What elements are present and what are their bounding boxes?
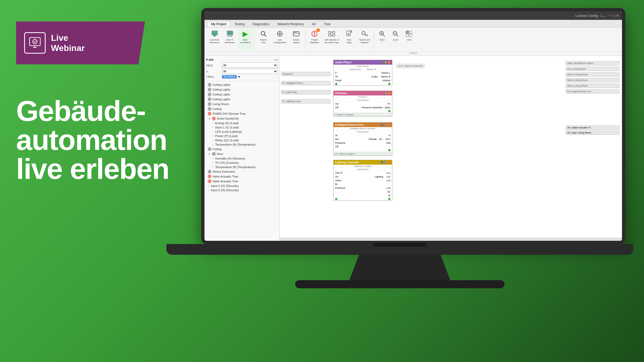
tree-icon-door xyxy=(212,152,216,156)
lc-block: Lighting Controller ○ ⚙ ℹ Lighting Contr… xyxy=(333,160,392,201)
tree-item-ceiling-1[interactable]: Ceiling Lights xyxy=(204,82,279,87)
irc-location: Living Room xyxy=(334,130,392,134)
connector-i2: ⤷ xyxy=(208,184,210,187)
load-from-miniserver-button[interactable]: Load from Miniserver xyxy=(207,28,222,50)
tab-my-project[interactable]: My Project xyxy=(207,21,230,27)
filter-dropdown-icon[interactable]: ▾ xyxy=(238,75,240,79)
tab-testing[interactable]: Testing xyxy=(230,21,249,27)
tree-text-power: Power (P) (Load) xyxy=(215,134,238,138)
project-validation-button[interactable]: 1 ProjectValidation xyxy=(307,28,322,50)
tree-item-input2[interactable]: ⤷ Input 2 (I2) (Security) xyxy=(204,184,279,188)
laptop-screen: Loxone Config - L... ─ □ ✕ My Project Te… xyxy=(201,8,625,244)
tree-item-energy[interactable]: ⤷ Energy (E) (Load) xyxy=(204,121,279,125)
tree-text-lr: Living Room xyxy=(213,102,229,106)
view-button[interactable]: View xyxy=(402,28,415,50)
tree-text-rgb: RGBW 24V Dimmer Tree xyxy=(213,112,246,115)
edit-objects-label: Edit Objects ofthe Same Type xyxy=(325,39,339,44)
zoom-out-button[interactable]: Zoom− xyxy=(389,28,402,50)
save-in-miniserver-button[interactable]: Save inMiniserver xyxy=(222,28,237,50)
tree-item-input1[interactable]: ⤷ Input 1 (I1) (Load) xyxy=(204,125,279,130)
tree-item-valve1[interactable]: Valve Actuator Tree xyxy=(204,174,279,179)
tree-text-i2: Input 2 (I2) (Security) xyxy=(211,184,239,187)
lc-lc3: Lc3 xyxy=(386,179,390,182)
ap-icon-3[interactable]: ℹ xyxy=(387,61,390,64)
filter-category-select[interactable]: All xyxy=(222,62,278,68)
tree-item-ceiling-3[interactable]: Ceiling Lights xyxy=(204,92,279,97)
tree-item-temp2[interactable]: ⤷ Temperature (θ) (Temperature) xyxy=(204,165,279,169)
zoom-out-icon xyxy=(391,29,400,38)
new-page-button[interactable]: NewPage xyxy=(342,28,356,50)
ap-icon-1[interactable]: ○ xyxy=(380,61,383,64)
tree-icon-stereo xyxy=(208,170,211,173)
irc-icon-1[interactable]: ○ xyxy=(380,123,383,126)
tab-tree[interactable]: Tree xyxy=(320,21,334,27)
pr-icon-2[interactable]: ℹ xyxy=(387,92,390,95)
lc-row6: 2C xyxy=(334,190,392,194)
lc-t5r: T5/1 R xyxy=(335,172,342,174)
sma-4: SMA | Living Room xyxy=(566,78,619,82)
panel-close[interactable]: — xyxy=(274,57,278,62)
tree-item-temp1[interactable]: ⤷ Temperature (θ) (Temperature) xyxy=(204,142,279,147)
zoom-in-button[interactable]: Zoom+ xyxy=(376,28,389,50)
start-liveview-button[interactable]: ▶ StartLiveView ▾ xyxy=(238,28,253,50)
irc-presence: Presence xyxy=(335,142,345,144)
tree-item-input3[interactable]: ⤷ Input 3 (I3) (Security) xyxy=(204,188,279,192)
svg-point-11 xyxy=(261,31,265,35)
connector-i3: ⤷ xyxy=(208,189,210,192)
canvas-scrollbar[interactable] xyxy=(280,238,622,241)
irc-row1: 3c H xyxy=(334,134,392,137)
tree-item-ceiling[interactable]: Ceiling xyxy=(204,106,279,111)
close-button[interactable]: ─ □ ✕ xyxy=(609,13,619,18)
ap-row2: T5 Audio Stereo R xyxy=(334,75,392,79)
irc-row2: Dw Climate Cli... HC1 xyxy=(334,137,392,141)
lc-row7: M xyxy=(334,194,392,197)
tree-item-smart-socket[interactable]: ▾ Smart Socket Air xyxy=(204,116,279,121)
tab-air[interactable]: Air xyxy=(308,21,320,27)
ap-dot-right xyxy=(388,83,390,85)
liveview-label: StartLiveView ▾ xyxy=(240,39,250,44)
lc-icon-1[interactable]: ○ xyxy=(380,161,383,164)
tree-item-ceiling2[interactable]: Ceiling xyxy=(204,147,279,152)
tree-icon-lr xyxy=(208,102,211,106)
tab-network-periphery[interactable]: Network Periphery xyxy=(273,21,308,27)
tree-item-ceiling-4[interactable]: Ceiling Lights xyxy=(204,97,279,102)
tree-item-humidity[interactable]: ⤷ Humidity (H) (Sensors) xyxy=(204,156,279,161)
tree-item-stereo[interactable]: Stereo Extension xyxy=(204,169,279,174)
tree-item-door[interactable]: ▾ Door xyxy=(204,152,279,156)
tab-diagnostics[interactable]: Diagnostics xyxy=(249,21,273,27)
edit-objects-button[interactable]: Edit Objects ofthe Same Type xyxy=(323,28,341,50)
ap-icon-2[interactable]: ⚙ xyxy=(384,61,387,64)
tree-item-valve2[interactable]: Valve Actuator Tree xyxy=(204,179,279,184)
alr-label: ALR | Stereo Extension xyxy=(396,64,425,68)
tree-expand-door[interactable]: ▾ xyxy=(208,152,211,156)
filter-tag-nofilers[interactable]: No Filters xyxy=(222,75,237,79)
device-status-button[interactable]: DeviceStatus xyxy=(289,28,304,50)
tree-item-t5[interactable]: ⤷ T5 (T5) (Controls) xyxy=(204,161,279,165)
search-replace-button[interactable]: Search andReplace xyxy=(357,28,372,50)
left-panel: ▾ ces — egory: All n: xyxy=(204,56,280,241)
tree-item-power[interactable]: ⤷ Power (P) (Load) xyxy=(204,134,279,138)
tree-item-ceiling-2[interactable]: Ceiling Lights xyxy=(204,87,279,92)
pr-icon-1[interactable]: ⚙ xyxy=(384,92,387,95)
irc-icon-2[interactable]: ⚙ xyxy=(384,123,387,126)
lc-icon-2[interactable]: ⚙ xyxy=(384,161,387,164)
lc-icon-3[interactable]: ℹ xyxy=(387,161,390,164)
tree-item-rgbw[interactable]: RGBW 24V Dimmer Tree xyxy=(204,111,279,116)
irc-icon-3[interactable]: ℹ xyxy=(387,123,390,126)
canvas-area[interactable]: Audio Player ○ ⚙ ℹ Audio Player Living R… xyxy=(280,56,622,241)
irc-row3: Presence Shd xyxy=(334,141,392,145)
auto-configuration-button[interactable]: AutoConfiguration xyxy=(271,28,288,50)
tree-item-led[interactable]: ⤷ LED (Led) (Lighting) xyxy=(204,130,279,134)
svg-rect-22 xyxy=(328,34,331,36)
search-f5-button[interactable]: Search(F5) xyxy=(256,28,271,50)
headline: Gebäude- automation live erleben xyxy=(16,97,199,183)
presence-icons: ⚙ ℹ xyxy=(384,92,390,95)
lc-lighting-label: P: Lighting Contr... xyxy=(281,99,331,104)
laptop: Loxone Config - L... ─ □ ✕ My Project Te… xyxy=(188,0,644,362)
tree-item-living-room[interactable]: Living Room xyxy=(204,102,279,106)
tree-expand-ss[interactable]: ▾ xyxy=(208,117,211,120)
irc-shd: Shd xyxy=(386,142,390,144)
tree-item-relay[interactable]: ⤷ Relay (Q1) (Load) xyxy=(204,138,279,142)
filter-in-select[interactable]: All xyxy=(222,69,278,74)
ap-volume: Volume xyxy=(382,79,390,82)
